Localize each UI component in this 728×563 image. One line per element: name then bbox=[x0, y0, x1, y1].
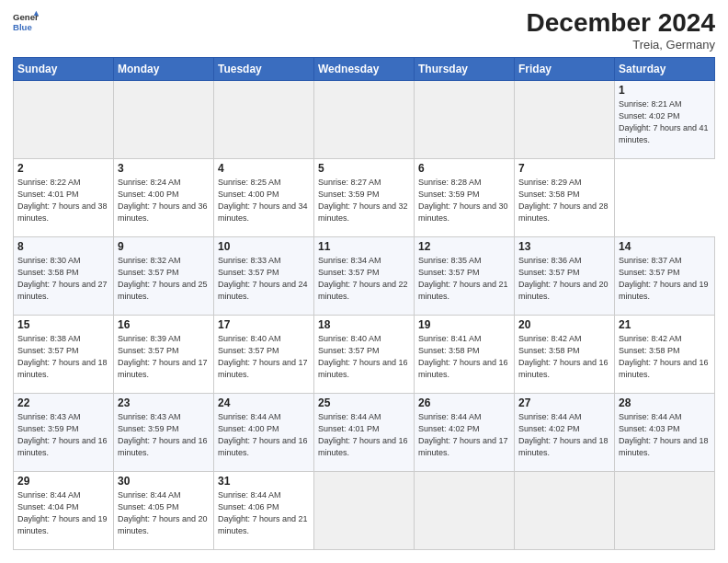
day-number: 15 bbox=[17, 318, 109, 331]
day-number: 23 bbox=[118, 396, 210, 409]
calendar-day-cell: 20Sunrise: 8:42 AMSunset: 3:58 PMDayligh… bbox=[515, 315, 615, 393]
day-number: 16 bbox=[118, 318, 210, 331]
day-number: 9 bbox=[118, 240, 210, 253]
month-title: December 2024 bbox=[527, 9, 715, 38]
day-number: 12 bbox=[418, 240, 510, 253]
day-header-tuesday: Tuesday bbox=[214, 57, 314, 80]
day-number: 27 bbox=[518, 396, 610, 409]
day-info: Sunrise: 8:35 AMSunset: 3:57 PMDaylight:… bbox=[418, 255, 510, 303]
day-number: 1 bbox=[619, 84, 711, 97]
header: General Blue December 2024 Treia, German… bbox=[13, 9, 715, 52]
day-info: Sunrise: 8:36 AMSunset: 3:57 PMDaylight:… bbox=[518, 255, 610, 303]
day-info: Sunrise: 8:37 AMSunset: 3:57 PMDaylight:… bbox=[619, 255, 711, 303]
day-number: 31 bbox=[218, 475, 310, 488]
day-info: Sunrise: 8:25 AMSunset: 4:00 PMDaylight:… bbox=[218, 177, 310, 224]
svg-text:Blue: Blue bbox=[13, 22, 32, 32]
calendar-day-cell bbox=[14, 80, 114, 158]
calendar-day-cell: 13Sunrise: 8:36 AMSunset: 3:57 PMDayligh… bbox=[515, 236, 615, 315]
logo: General Blue bbox=[13, 9, 39, 35]
calendar-day-cell: 2Sunrise: 8:22 AMSunset: 4:01 PMDaylight… bbox=[14, 158, 114, 236]
calendar-day-cell: 15Sunrise: 8:38 AMSunset: 3:57 PMDayligh… bbox=[14, 315, 114, 393]
day-info: Sunrise: 8:29 AMSunset: 3:58 PMDaylight:… bbox=[518, 177, 610, 224]
calendar-day-cell: 28Sunrise: 8:44 AMSunset: 4:03 PMDayligh… bbox=[615, 393, 715, 471]
day-info: Sunrise: 8:30 AMSunset: 3:58 PMDaylight:… bbox=[17, 255, 109, 303]
day-info: Sunrise: 8:38 AMSunset: 3:57 PMDaylight:… bbox=[17, 333, 109, 381]
calendar-day-cell: 17Sunrise: 8:40 AMSunset: 3:57 PMDayligh… bbox=[214, 315, 314, 393]
day-number: 6 bbox=[418, 162, 510, 175]
calendar-day-cell: 6Sunrise: 8:28 AMSunset: 3:59 PMDaylight… bbox=[415, 158, 515, 236]
day-info: Sunrise: 8:21 AMSunset: 4:02 PMDaylight:… bbox=[619, 98, 711, 146]
location-subtitle: Treia, Germany bbox=[527, 38, 715, 52]
calendar-day-cell bbox=[314, 80, 415, 158]
day-number: 11 bbox=[318, 240, 410, 253]
day-info: Sunrise: 8:33 AMSunset: 3:57 PMDaylight:… bbox=[218, 255, 310, 303]
day-info: Sunrise: 8:44 AMSunset: 4:01 PMDaylight:… bbox=[318, 411, 410, 459]
calendar-day-cell: 14Sunrise: 8:37 AMSunset: 3:57 PMDayligh… bbox=[615, 236, 715, 315]
calendar-day-cell: 21Sunrise: 8:42 AMSunset: 3:58 PMDayligh… bbox=[615, 315, 715, 393]
day-header-saturday: Saturday bbox=[615, 57, 715, 80]
calendar-day-cell: 1Sunrise: 8:21 AMSunset: 4:02 PMDaylight… bbox=[615, 80, 715, 158]
calendar-week-row: 15Sunrise: 8:38 AMSunset: 3:57 PMDayligh… bbox=[14, 315, 715, 393]
calendar-day-cell bbox=[415, 471, 515, 549]
calendar-day-cell: 3Sunrise: 8:24 AMSunset: 4:00 PMDaylight… bbox=[114, 158, 214, 236]
day-number: 18 bbox=[318, 318, 410, 331]
calendar-day-cell: 22Sunrise: 8:43 AMSunset: 3:59 PMDayligh… bbox=[14, 393, 114, 471]
calendar-day-cell bbox=[415, 80, 515, 158]
day-info: Sunrise: 8:39 AMSunset: 3:57 PMDaylight:… bbox=[118, 333, 210, 381]
day-info: Sunrise: 8:43 AMSunset: 3:59 PMDaylight:… bbox=[17, 411, 109, 459]
calendar-day-cell: 12Sunrise: 8:35 AMSunset: 3:57 PMDayligh… bbox=[415, 236, 515, 315]
day-info: Sunrise: 8:42 AMSunset: 3:58 PMDaylight:… bbox=[619, 333, 711, 381]
calendar-day-cell: 18Sunrise: 8:40 AMSunset: 3:57 PMDayligh… bbox=[314, 315, 415, 393]
day-number: 3 bbox=[118, 162, 210, 175]
day-header-wednesday: Wednesday bbox=[314, 57, 415, 80]
calendar-week-row: 22Sunrise: 8:43 AMSunset: 3:59 PMDayligh… bbox=[14, 393, 715, 471]
calendar-day-cell: 23Sunrise: 8:43 AMSunset: 3:59 PMDayligh… bbox=[114, 393, 214, 471]
day-info: Sunrise: 8:24 AMSunset: 4:00 PMDaylight:… bbox=[118, 177, 210, 224]
svg-text:General: General bbox=[13, 12, 39, 22]
calendar-day-cell bbox=[114, 80, 214, 158]
day-info: Sunrise: 8:44 AMSunset: 4:05 PMDaylight:… bbox=[118, 489, 210, 537]
calendar-day-cell: 31Sunrise: 8:44 AMSunset: 4:06 PMDayligh… bbox=[214, 471, 314, 549]
calendar-day-cell: 10Sunrise: 8:33 AMSunset: 3:57 PMDayligh… bbox=[214, 236, 314, 315]
calendar-day-cell: 26Sunrise: 8:44 AMSunset: 4:02 PMDayligh… bbox=[415, 393, 515, 471]
calendar-day-cell: 25Sunrise: 8:44 AMSunset: 4:01 PMDayligh… bbox=[314, 393, 415, 471]
day-number: 7 bbox=[518, 162, 610, 175]
day-info: Sunrise: 8:44 AMSunset: 4:02 PMDaylight:… bbox=[518, 411, 610, 459]
day-info: Sunrise: 8:32 AMSunset: 3:57 PMDaylight:… bbox=[118, 255, 210, 303]
calendar-day-cell: 4Sunrise: 8:25 AMSunset: 4:00 PMDaylight… bbox=[214, 158, 314, 236]
calendar-week-row: 8Sunrise: 8:30 AMSunset: 3:58 PMDaylight… bbox=[14, 236, 715, 315]
calendar-week-row: 2Sunrise: 8:22 AMSunset: 4:01 PMDaylight… bbox=[14, 158, 715, 236]
day-number: 22 bbox=[17, 396, 109, 409]
calendar-day-cell: 7Sunrise: 8:29 AMSunset: 3:58 PMDaylight… bbox=[515, 158, 615, 236]
day-number: 10 bbox=[218, 240, 310, 253]
day-info: Sunrise: 8:28 AMSunset: 3:59 PMDaylight:… bbox=[418, 177, 510, 224]
day-header-sunday: Sunday bbox=[14, 57, 114, 80]
day-header-friday: Friday bbox=[515, 57, 615, 80]
day-number: 26 bbox=[418, 396, 510, 409]
day-number: 8 bbox=[17, 240, 109, 253]
day-header-thursday: Thursday bbox=[415, 57, 515, 80]
calendar-day-cell: 9Sunrise: 8:32 AMSunset: 3:57 PMDaylight… bbox=[114, 236, 214, 315]
day-info: Sunrise: 8:44 AMSunset: 4:06 PMDaylight:… bbox=[218, 489, 310, 537]
day-info: Sunrise: 8:44 AMSunset: 4:04 PMDaylight:… bbox=[17, 489, 109, 537]
calendar-day-cell bbox=[214, 80, 314, 158]
day-info: Sunrise: 8:40 AMSunset: 3:57 PMDaylight:… bbox=[318, 333, 410, 381]
calendar-day-cell: 5Sunrise: 8:27 AMSunset: 3:59 PMDaylight… bbox=[314, 158, 415, 236]
calendar-day-cell bbox=[615, 471, 715, 549]
day-number: 14 bbox=[619, 240, 711, 253]
day-number: 17 bbox=[218, 318, 310, 331]
day-info: Sunrise: 8:34 AMSunset: 3:57 PMDaylight:… bbox=[318, 255, 410, 303]
calendar-day-cell bbox=[314, 471, 415, 549]
day-info: Sunrise: 8:43 AMSunset: 3:59 PMDaylight:… bbox=[118, 411, 210, 459]
calendar-day-cell bbox=[515, 471, 615, 549]
calendar-day-cell: 11Sunrise: 8:34 AMSunset: 3:57 PMDayligh… bbox=[314, 236, 415, 315]
day-header-monday: Monday bbox=[114, 57, 214, 80]
day-number: 30 bbox=[118, 475, 210, 488]
calendar-week-row: 1Sunrise: 8:21 AMSunset: 4:02 PMDaylight… bbox=[14, 80, 715, 158]
day-number: 5 bbox=[318, 162, 410, 175]
calendar-day-cell: 19Sunrise: 8:41 AMSunset: 3:58 PMDayligh… bbox=[415, 315, 515, 393]
calendar-day-cell bbox=[515, 80, 615, 158]
calendar-table: SundayMondayTuesdayWednesdayThursdayFrid… bbox=[13, 57, 715, 550]
calendar-day-cell: 16Sunrise: 8:39 AMSunset: 3:57 PMDayligh… bbox=[114, 315, 214, 393]
day-number: 21 bbox=[619, 318, 711, 331]
